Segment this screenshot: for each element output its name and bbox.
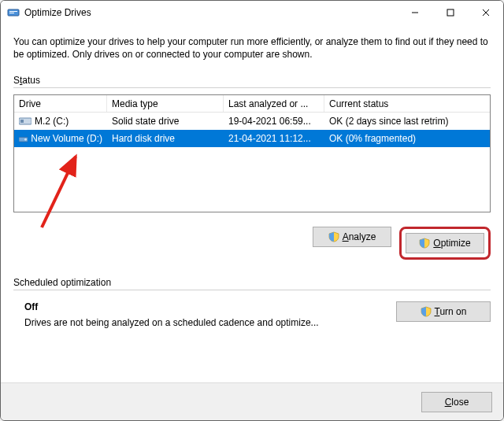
app-icon [7,6,20,19]
svg-rect-4 [447,9,454,16]
drive-status: OK (2 days since last retrim) [324,113,490,130]
description-text: You can optimize your drives to help you… [13,35,491,61]
sched-desc: Drives are not being analyzed on a sched… [24,317,396,328]
svg-point-10 [24,138,27,141]
table-row[interactable]: New Volume (D:) Hard disk drive 21-04-20… [14,130,490,147]
col-drive[interactable]: Drive [14,95,107,112]
drive-media: Hard disk drive [107,130,224,147]
optimize-highlight: Optimize [399,227,491,260]
optimize-button[interactable]: Optimize [406,233,484,253]
minimize-button[interactable] [397,1,432,24]
col-media[interactable]: Media type [107,95,224,112]
scheduled-optimization-section: Scheduled optimization Off Drives are no… [13,277,491,328]
drive-name: New Volume (D:) [31,133,102,144]
shield-icon [328,231,339,242]
col-last[interactable]: Last analyzed or ... [224,95,324,112]
svg-rect-1 [9,11,17,12]
sched-label: Scheduled optimization [13,277,491,288]
shield-icon [421,306,432,317]
col-status[interactable]: Current status [324,95,490,112]
svg-rect-2 [9,13,14,13]
drive-name: M.2 (C:) [35,116,69,127]
drive-last: 21-04-2021 11:12... [224,130,324,147]
drive-media: Solid state drive [107,113,224,130]
content-area: You can optimize your drives to help you… [1,24,503,328]
close-window-button[interactable] [468,1,503,24]
status-divider [13,87,491,88]
close-button[interactable]: Close [421,392,492,412]
drive-last: 19-04-2021 06:59... [224,113,324,130]
analyze-button[interactable]: Analyze [313,227,391,247]
turn-on-button[interactable]: Turn on [396,301,491,322]
shield-icon [419,238,430,249]
footer: Close [1,382,503,420]
hdd-icon [19,134,28,143]
optimize-drives-window: Optimize Drives You can optimize your dr… [0,0,504,421]
table-row[interactable]: M.2 (C:) Solid state drive 19-04-2021 06… [14,113,490,130]
table-header: Drive Media type Last analyzed or ... Cu… [14,95,490,113]
titlebar: Optimize Drives [1,1,503,24]
drives-table: Drive Media type Last analyzed or ... Cu… [13,94,491,212]
svg-rect-8 [20,120,24,123]
drive-status: OK (0% fragmented) [324,130,490,147]
sched-divider [13,290,491,290]
maximize-button[interactable] [432,1,468,24]
sched-status: Off [24,301,396,312]
action-button-row: Analyze Optimize [13,227,491,260]
window-title: Optimize Drives [24,7,397,18]
status-label: Status [13,75,491,86]
ssd-icon [19,116,32,126]
